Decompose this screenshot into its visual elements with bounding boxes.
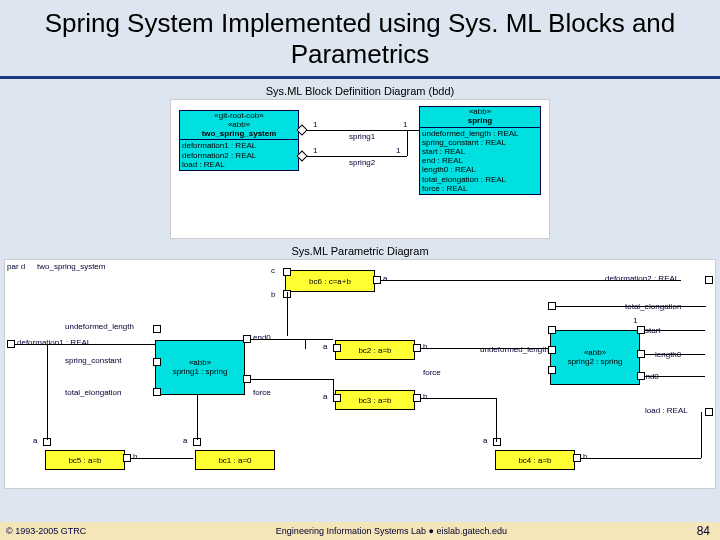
footer: © 1993-2005 GTRC Engineering Information…	[0, 522, 720, 540]
value-label: spring_constant	[65, 356, 121, 365]
connector	[645, 354, 705, 355]
port-label: a	[33, 436, 37, 445]
bdd-diagram: «git-root-cob» «abb» two_spring_system d…	[170, 99, 550, 239]
bc1: bc1 : a=0	[195, 450, 275, 470]
connector	[496, 398, 497, 442]
port-label: a	[323, 342, 327, 351]
port	[493, 438, 501, 446]
connector	[197, 395, 198, 440]
connector	[381, 280, 681, 281]
port	[705, 276, 713, 284]
port	[548, 346, 556, 354]
attr: deformation1 : REAL	[182, 141, 296, 150]
port-label: force	[423, 368, 441, 377]
block-name: spring2 : spring	[568, 358, 623, 367]
port-label: b	[423, 342, 427, 351]
port	[333, 394, 341, 402]
port-label: force	[253, 388, 271, 397]
port	[573, 454, 581, 462]
port	[7, 340, 15, 348]
connector	[333, 379, 334, 397]
mult: 1	[403, 120, 407, 129]
mult: 1	[396, 146, 400, 155]
port-label: a	[323, 392, 327, 401]
port	[373, 276, 381, 284]
port	[413, 344, 421, 352]
role: spring2	[349, 158, 375, 167]
port	[333, 344, 341, 352]
port	[637, 372, 645, 380]
value-label: load : REAL	[645, 406, 688, 415]
port-label: b	[271, 290, 275, 299]
mult: 1	[313, 146, 317, 155]
bc6: bc6 : c=a+b	[285, 270, 375, 292]
port	[153, 325, 161, 333]
block-spring: «abb» spring undeformed_length : REAL sp…	[419, 106, 541, 195]
value-label: deformation1 : REAL	[17, 338, 91, 347]
port	[153, 388, 161, 396]
connector	[421, 398, 496, 399]
port-label: end0	[253, 333, 271, 342]
port	[123, 454, 131, 462]
page-title: Spring System Implemented using Sys. ML …	[0, 0, 720, 74]
bc4: bc4 : a=b	[495, 450, 575, 470]
attr: total_elongation : REAL	[422, 175, 538, 184]
frame-label: par d	[7, 262, 25, 271]
block-two-spring-system: «git-root-cob» «abb» two_spring_system d…	[179, 110, 299, 171]
spring1-block: «abb» spring1 : spring	[155, 340, 245, 395]
port	[705, 408, 713, 416]
connector	[421, 348, 548, 349]
bdd-caption: Sys.ML Block Definition Diagram (bdd)	[0, 85, 720, 97]
connector	[131, 458, 193, 459]
port	[413, 394, 421, 402]
connector	[701, 412, 702, 458]
assoc-line	[307, 156, 407, 157]
attr: force : REAL	[422, 184, 538, 193]
port	[637, 326, 645, 334]
attr: end : REAL	[422, 156, 538, 165]
port	[548, 366, 556, 374]
title-rule	[0, 76, 720, 79]
connector	[47, 344, 48, 440]
port-label: a	[383, 274, 387, 283]
port-label: a	[183, 436, 187, 445]
value-label: total_elongation	[65, 388, 122, 397]
connector	[645, 330, 705, 331]
port	[548, 326, 556, 334]
assoc-line	[307, 130, 419, 131]
port	[548, 302, 556, 310]
attr: deformation2 : REAL	[182, 151, 296, 160]
port	[243, 335, 251, 343]
value-label: deformation2 : REAL	[605, 274, 679, 283]
connector	[251, 339, 333, 340]
par-diagram: par d two_spring_system deformation1 : R…	[4, 259, 716, 489]
attr: start : REAL	[422, 147, 538, 156]
port-label: a	[483, 436, 487, 445]
attr: spring_constant : REAL	[422, 138, 538, 147]
spring2-block: «abb» spring2 : spring	[550, 330, 640, 385]
value-label: undeformed_length	[65, 322, 134, 331]
footer-center: Engineering Information Systems Lab ● ei…	[86, 526, 696, 536]
mult: 1	[633, 316, 637, 325]
bc5: bc5 : a=b	[45, 450, 125, 470]
port-label: b	[133, 452, 137, 461]
connector	[645, 376, 705, 377]
port-label: c	[271, 266, 275, 275]
connector	[15, 344, 155, 345]
port	[153, 358, 161, 366]
bc2: bc2 : a=b	[335, 340, 415, 360]
port	[243, 375, 251, 383]
value-label: undeformed_length	[480, 345, 549, 354]
connector	[287, 292, 288, 336]
bc3: bc3 : a=b	[335, 390, 415, 410]
connector	[581, 458, 701, 459]
par-caption: Sys.ML Parametric Diagram	[0, 245, 720, 257]
page-number: 84	[697, 524, 720, 538]
copyright: © 1993-2005 GTRC	[0, 526, 86, 536]
attr: length0 : REAL	[422, 165, 538, 174]
assoc-line	[407, 130, 419, 131]
attr: load : REAL	[182, 160, 296, 169]
port	[637, 350, 645, 358]
block-name: spring1 : spring	[173, 368, 228, 377]
frame-context: two_spring_system	[37, 262, 105, 271]
